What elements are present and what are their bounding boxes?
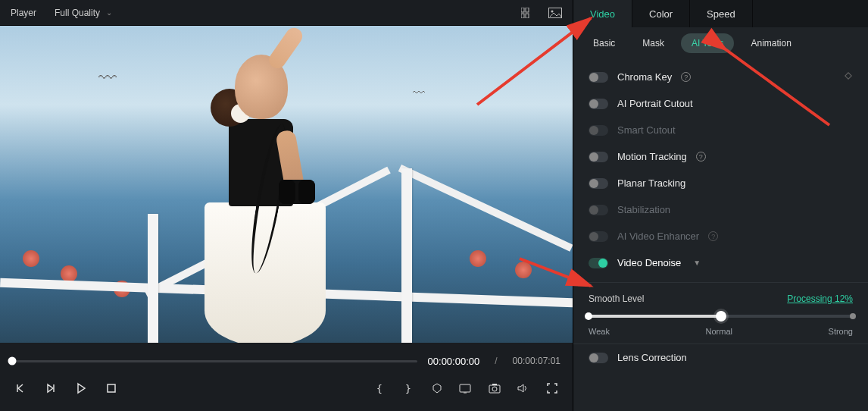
marker-icon[interactable] (429, 380, 445, 397)
svg-rect-8 (108, 384, 115, 392)
tab-speed[interactable]: Speed (690, 0, 753, 27)
ai-portrait-cutout-toggle[interactable] (589, 99, 608, 109)
slider-label-strong: Strong (829, 327, 853, 336)
tool-motion-tracking[interactable]: Motion Tracking ? (573, 143, 868, 170)
slider-label-normal: Normal (706, 327, 732, 336)
tool-planar-tracking[interactable]: Planar Tracking (573, 170, 868, 196)
tool-chroma-key[interactable]: Chroma Key ? (573, 64, 868, 90)
smooth-level-slider[interactable] (589, 315, 853, 318)
motion-tracking-label: Motion Tracking (617, 151, 687, 162)
chroma-key-toggle[interactable] (589, 72, 608, 83)
tab-video[interactable]: Video (573, 0, 632, 27)
svg-rect-3 (526, 14, 529, 18)
mark-out-icon[interactable]: } (400, 380, 417, 397)
processing-status[interactable]: Processing 12% (787, 293, 853, 304)
progress-handle[interactable] (8, 357, 17, 366)
decorative-bird: 〰 (413, 86, 425, 100)
step-forward-button[interactable] (42, 380, 59, 397)
tool-stabilization: Stabilization (573, 196, 868, 223)
player-header: Player Full Quality ⌄ (0, 0, 573, 26)
tool-lens-correction[interactable]: Lens Correction (573, 344, 868, 371)
snapshot-icon[interactable] (486, 380, 503, 397)
decorative-buoy (515, 262, 532, 278)
decorative-railing (398, 165, 573, 252)
subtab-mask[interactable]: Mask (632, 33, 675, 53)
planar-tracking-toggle[interactable] (589, 178, 608, 189)
help-icon[interactable]: ? (681, 72, 691, 82)
svg-rect-13 (492, 384, 497, 385)
svg-point-12 (492, 387, 497, 391)
slider-tick-strong (850, 313, 856, 319)
timecode-total: 00:00:07:01 (513, 356, 560, 366)
motion-tracking-toggle[interactable] (589, 152, 608, 162)
quality-selector[interactable]: Full Quality ⌄ (55, 8, 112, 18)
ai-portrait-cutout-label: AI Portrait Cutout (617, 98, 693, 109)
slider-tick-weak (585, 312, 592, 320)
stop-button[interactable] (103, 380, 120, 397)
chevron-down-icon: ⌄ (106, 8, 112, 17)
prev-frame-button[interactable] (12, 380, 29, 397)
decorative-railing (148, 214, 158, 343)
lens-correction-label: Lens Correction (617, 352, 687, 363)
mark-in-icon[interactable]: { (371, 380, 388, 397)
svg-rect-9 (460, 384, 470, 392)
player-label: Player (11, 8, 36, 18)
tab-color[interactable]: Color (632, 0, 690, 27)
subtab-basic[interactable]: Basic (582, 33, 626, 53)
chroma-key-label: Chroma Key (617, 71, 672, 83)
video-denoise-label: Video Denoise (617, 257, 681, 268)
layout-grid-icon[interactable] (521, 6, 535, 20)
tool-ai-portrait-cutout[interactable]: AI Portrait Cutout (573, 90, 868, 117)
svg-rect-0 (521, 8, 524, 12)
subtab-ai-tools[interactable]: AI Tools (681, 33, 734, 53)
slider-fill (589, 315, 721, 318)
inspector-panel: Video Color Speed Basic Mask AI Tools An… (573, 0, 868, 411)
play-button[interactable] (73, 380, 89, 397)
stabilization-label: Stabilization (617, 204, 670, 215)
ai-video-enhancer-label: AI Video Enhancer (617, 231, 699, 242)
tool-ai-video-enhancer: AI Video Enhancer ? (573, 223, 868, 249)
decorative-railing (401, 168, 412, 343)
video-subtabs: Basic Mask AI Tools Animation (573, 27, 868, 59)
timecode-separator: / (495, 356, 497, 366)
progress-bar[interactable] (12, 360, 417, 362)
decorative-buoy (470, 250, 486, 267)
stabilization-toggle (589, 205, 608, 215)
help-icon: ? (708, 231, 718, 241)
lens-correction-toggle[interactable] (589, 353, 608, 363)
timecode-current: 00:00:00:00 (428, 356, 480, 367)
caret-down-icon[interactable]: ▼ (693, 259, 701, 267)
tool-video-denoise[interactable]: Video Denoise ▼ (573, 249, 868, 276)
smart-cutout-label: Smart Cutout (617, 124, 676, 136)
tool-smart-cutout: Smart Cutout (573, 117, 868, 143)
smooth-level-label: Smooth Level (589, 293, 644, 304)
subtab-animation[interactable]: Animation (740, 33, 801, 53)
decorative-figure (189, 55, 341, 343)
ai-video-enhancer-toggle (589, 231, 608, 242)
player-panel: Player Full Quality ⌄ 〰 〰 (0, 0, 573, 411)
fullscreen-icon[interactable] (544, 380, 560, 397)
svg-rect-2 (521, 14, 524, 18)
svg-point-5 (551, 10, 554, 12)
video-preview[interactable]: 〰 〰 (0, 26, 573, 343)
decorative-buoy (23, 250, 39, 267)
smart-cutout-toggle (589, 125, 608, 136)
slider-label-weak: Weak (589, 327, 610, 336)
help-icon[interactable]: ? (696, 152, 706, 162)
slider-handle[interactable] (716, 311, 726, 322)
volume-icon[interactable] (515, 380, 532, 397)
svg-rect-14 (845, 73, 851, 79)
decorative-bird: 〰 (98, 67, 117, 89)
quality-value: Full Quality (55, 8, 100, 18)
planar-tracking-label: Planar Tracking (617, 177, 685, 189)
diamond-icon[interactable] (844, 71, 853, 83)
image-icon[interactable] (548, 6, 562, 20)
video-denoise-toggle[interactable] (589, 258, 608, 268)
inspector-tabs: Video Color Speed (573, 0, 868, 27)
svg-rect-1 (526, 8, 529, 12)
video-denoise-section: Smooth Level Processing 12% Weak Normal … (573, 282, 868, 344)
ai-tools-list: Chroma Key ? AI Portrait Cutout Smart Cu… (573, 59, 868, 375)
screen-record-icon[interactable] (457, 380, 474, 397)
player-controls: 00:00:00:00 / 00:00:07:01 { } (0, 343, 573, 411)
